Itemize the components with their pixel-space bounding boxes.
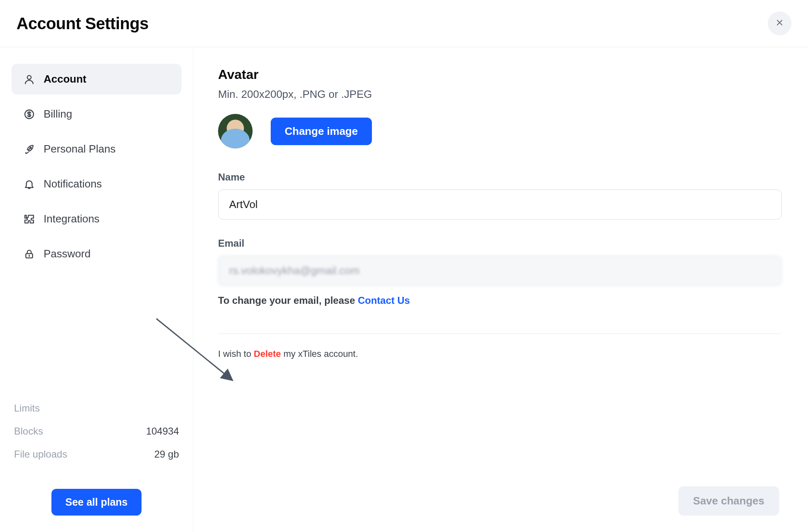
lock-icon [23,248,35,260]
delete-account-link[interactable]: Delete [254,349,281,359]
delete-account-line: I wish to Delete my xTiles account. [218,349,783,359]
save-changes-button[interactable]: Save changes [678,486,779,516]
sidebar-item-notifications[interactable]: Notifications [12,169,181,199]
puzzle-icon [23,213,35,225]
sidebar-item-label: Billing [44,108,72,120]
email-input [218,256,782,286]
delete-prefix: I wish to [218,349,254,359]
sidebar-item-label: Integrations [44,213,100,225]
limit-label: Blocks [14,426,43,437]
page-title: Account Settings [16,14,149,33]
sidebar-item-account[interactable]: Account [12,64,181,95]
bell-icon [23,178,35,190]
sidebar-item-label: Account [44,73,86,86]
email-hint-prefix: To change your email, please [218,295,358,306]
email-label: Email [218,238,782,249]
avatar-section-subtitle: Min. 200x200px, .PNG or .JPEG [218,88,783,101]
limit-value: 104934 [146,426,179,437]
change-image-button[interactable]: Change image [271,118,372,145]
limit-label: File uploads [14,449,67,460]
avatar[interactable] [218,114,253,148]
rocket-icon [23,143,35,155]
sidebar-item-billing[interactable]: Billing [12,99,181,130]
see-all-plans-button[interactable]: See all plans [51,489,142,516]
limit-row-uploads: File uploads 29 gb [14,449,179,460]
user-icon [23,73,35,86]
svg-point-0 [27,75,31,79]
sidebar-item-password[interactable]: Password [12,238,181,269]
close-button[interactable] [768,12,792,35]
sidebar-item-label: Personal Plans [44,143,116,155]
contact-us-link[interactable]: Contact Us [358,295,410,306]
sidebar-item-integrations[interactable]: Integrations [12,204,181,234]
svg-point-2 [30,147,31,148]
sidebar-nav: Account Billing Personal Plans [12,64,181,273]
delete-suffix: my xTiles account. [283,349,358,359]
avatar-section-title: Avatar [218,67,783,82]
sidebar-item-label: Notifications [44,178,102,190]
close-icon [775,18,784,29]
sidebar-item-label: Password [44,247,91,260]
dollar-icon [23,108,35,120]
limit-value: 29 gb [154,449,179,460]
limit-row-blocks: Blocks 104934 [14,426,179,437]
name-input[interactable] [218,190,782,220]
limits-section: Limits Blocks 104934 File uploads 29 gb [12,402,181,472]
name-label: Name [218,171,782,183]
email-change-hint: To change your email, please Contact Us [218,295,782,306]
section-divider [218,333,782,334]
sidebar-item-personal-plans[interactable]: Personal Plans [12,134,181,164]
limits-title: Limits [14,402,179,414]
